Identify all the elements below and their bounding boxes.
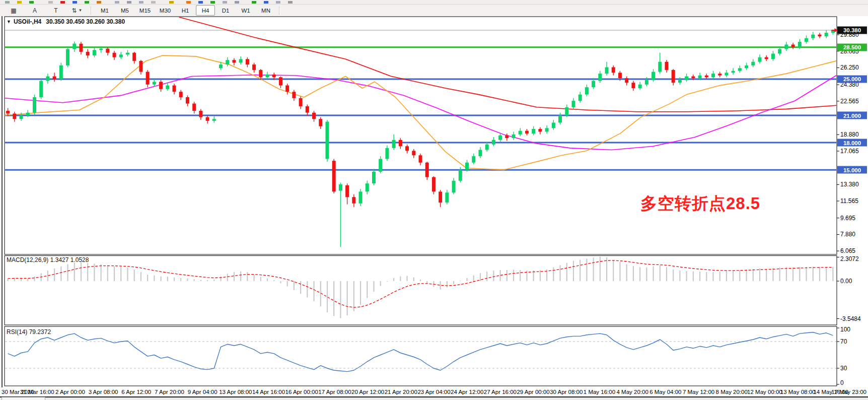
symbol-ohlc-header[interactable]: ▼USOil-,H430.350 30.450 30.260 30.380 — [7, 18, 125, 25]
clipped-icon — [73, 1, 77, 4]
timeframe-button-m30[interactable]: M30 — [156, 5, 175, 16]
axis-tick-label: 11.565 — [840, 197, 858, 205]
chevron-down-icon: ▼ — [7, 19, 11, 24]
timeframe-group: M1M5M15M30H1H4D1W1MN — [95, 5, 276, 16]
axis-tick-label: 26.250 — [840, 64, 859, 71]
price-badge: 25.000 — [837, 75, 867, 83]
date-label: 4 May 20:00 — [616, 389, 648, 395]
timeframe-button-h4[interactable]: H4 — [196, 5, 215, 16]
axis-tick-label: 7.880 — [840, 231, 855, 238]
price-badge: 21.000 — [837, 112, 867, 119]
date-label: 24 Apr 12:00 — [451, 389, 483, 395]
freehand-grid-icon[interactable]: ▦ — [4, 5, 24, 16]
timeframe-button-d1[interactable]: D1 — [216, 5, 235, 16]
axis-tick-label: 9.695 — [840, 215, 855, 222]
timeframe-button-m15[interactable]: M15 — [135, 5, 155, 16]
axis-tick-label: 2.3072 — [840, 255, 859, 262]
axis-tick-label: 13.380 — [840, 181, 859, 188]
axis-tick-label: 0 — [840, 379, 844, 386]
timeframe-button-w1[interactable]: W1 — [236, 5, 255, 16]
date-label: 13 Apr 08:00 — [219, 389, 252, 395]
text-label-icon[interactable]: A — [25, 5, 45, 16]
price-badge: 28.500 — [837, 43, 867, 51]
price-badge: 30.380 — [837, 26, 867, 34]
date-label: 29 Apr 00:00 — [517, 389, 549, 395]
clipped-icon — [169, 1, 174, 4]
clipped-icon — [139, 1, 143, 4]
axis-tick-label: 17.065 — [840, 148, 859, 155]
date-label: 7 May 12:00 — [683, 389, 714, 395]
axis-tick-label: 0.00 — [840, 278, 852, 285]
date-label: 17 May 23:00 — [831, 389, 866, 395]
clipped-icon — [264, 1, 268, 4]
timeframe-button-m1[interactable]: M1 — [95, 5, 114, 16]
macd-indicator-label: MACD(12,26,9) 1.3427 1.0528 — [7, 256, 89, 263]
symbol-name: USOil-,H4 — [14, 18, 41, 25]
window-bottom-tab[interactable] — [2, 397, 45, 400]
axis-tick-label: -3.5484 — [840, 315, 861, 322]
timeframe-button-h1[interactable]: H1 — [176, 5, 195, 16]
clipped-icon — [223, 1, 227, 4]
axis-tick-label: 100 — [840, 326, 850, 333]
date-label: 1 May 16:00 — [584, 389, 615, 395]
clipped-icon — [151, 1, 156, 4]
cycle-arrows-icon[interactable]: ⇅▼ — [67, 5, 87, 16]
clipped-icon — [127, 1, 131, 4]
clipped-upper-toolbar — [0, 0, 868, 5]
axis-tick-label: 18.880 — [840, 131, 859, 138]
clipped-icon — [115, 1, 119, 4]
date-label: 23 Apr 04:00 — [417, 389, 450, 395]
clipped-icon — [5, 1, 10, 4]
date-label: 12 May 00:00 — [747, 389, 782, 395]
toolbar-separator — [91, 6, 92, 15]
date-label: 31 Mar 16:00 — [20, 389, 54, 395]
chart-toolbar: ▦ A T ⇅▼ M1M5M15M30H1H4D1W1MN — [0, 5, 868, 17]
timeframe-button-mn[interactable]: MN — [256, 5, 275, 16]
clipped-icon — [252, 1, 256, 4]
chart-window[interactable]: ▼USOil-,H430.350 30.450 30.260 30.380 MA… — [0, 16, 868, 400]
chevron-down-icon: ▼ — [79, 8, 83, 13]
clipped-icon — [97, 1, 101, 4]
clipped-icon — [48, 1, 53, 4]
window-bottom-strip — [0, 396, 868, 400]
clipped-icon — [186, 1, 191, 4]
date-label: 21 Apr 20:00 — [385, 389, 417, 395]
trading-terminal: ▦ A T ⇅▼ M1M5M15M30H1H4D1W1MN ▼USOil-,H4… — [0, 0, 868, 400]
date-label: 9 Apr 04:00 — [188, 389, 218, 395]
axis-tick-label: 70 — [840, 338, 847, 345]
date-label: 16 Apr 00:00 — [285, 389, 318, 395]
clipped-icon — [198, 1, 203, 4]
date-label: 30 Apr 08:00 — [550, 389, 583, 395]
date-label: 7 Apr 20:00 — [155, 389, 184, 395]
text-box-icon[interactable]: T — [46, 5, 66, 16]
date-label: 14 Apr 16:00 — [252, 389, 285, 395]
axis-tick-label: 6.065 — [840, 247, 855, 254]
date-label: 8 May 20:00 — [716, 389, 748, 395]
clipped-icon — [85, 1, 89, 4]
date-axis[interactable]: 30 Mar 202031 Mar 16:002 Apr 00:003 Apr … — [0, 387, 868, 396]
clipped-icon — [288, 1, 293, 4]
date-label: 20 Apr 12:00 — [351, 389, 384, 395]
date-label: 3 Apr 08:00 — [89, 389, 118, 395]
axis-tick-label: 22.565 — [840, 98, 859, 105]
date-label: 6 Apr 12:00 — [121, 389, 151, 395]
clipped-icon — [60, 1, 65, 4]
clipped-icon — [29, 1, 34, 4]
ohlc-values: 30.350 30.450 30.260 30.380 — [46, 18, 125, 25]
price-badge: 15.000 — [837, 166, 867, 174]
clipped-icon — [17, 1, 22, 4]
clipped-icon — [235, 1, 239, 4]
rsi-indicator-label: RSI(14) 79.2372 — [7, 328, 51, 336]
date-label: 13 May 08:00 — [780, 389, 816, 395]
date-label: 6 May 04:00 — [649, 389, 681, 395]
clipped-icon — [276, 1, 280, 4]
price-badge: 18.000 — [837, 139, 867, 147]
date-label: 17 Apr 08:00 — [318, 389, 351, 395]
timeframe-button-m5[interactable]: M5 — [115, 5, 134, 16]
clipped-icon — [210, 1, 215, 4]
chart-text-annotation[interactable]: 多空转折点28.5 — [640, 192, 760, 215]
toolbar-separator — [279, 6, 280, 15]
axis-tick-label: 30 — [840, 365, 847, 372]
date-label: 27 Apr 16:00 — [484, 389, 517, 395]
date-label: 2 Apr 00:00 — [55, 389, 85, 395]
